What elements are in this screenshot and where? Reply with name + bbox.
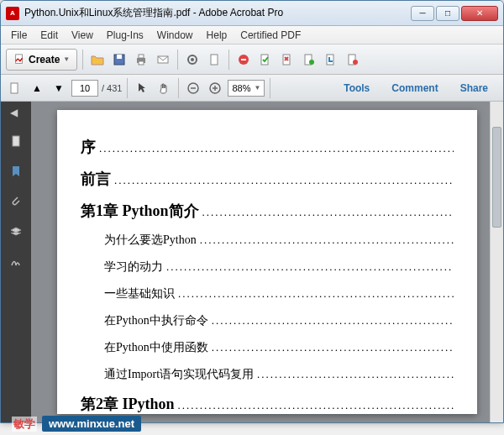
document-viewport[interactable]: 序.......................................… [31, 102, 503, 422]
vertical-scrollbar[interactable] [490, 102, 503, 422]
page-route-button[interactable] [322, 50, 340, 69]
left-sidebar: ◀ [1, 102, 31, 422]
menu-view[interactable]: View [65, 28, 100, 43]
toc-leader-dots: ........................................… [212, 314, 454, 328]
toc-label: 一些基础知识 [104, 286, 175, 301]
zoom-in-button[interactable] [206, 79, 224, 97]
create-icon [13, 54, 25, 66]
title-bar[interactable]: A Python.Unix和Linux系统管理指南.pdf - Adobe Ac… [1, 1, 503, 26]
minimize-button[interactable]: ─ [411, 6, 434, 21]
page-down-button[interactable]: ▼ [50, 79, 68, 97]
page-thumbnail-icon[interactable] [6, 79, 24, 97]
gear-button[interactable] [183, 50, 202, 69]
window-title: Python.Unix和Linux系统管理指南.pdf - Adobe Acro… [24, 6, 411, 20]
toc-entry: 在Python中执行命令............................… [81, 313, 454, 328]
toc-label: 为什么要选Python [104, 233, 197, 248]
print-button[interactable] [132, 50, 150, 69]
watermark: 敏学 www.minxue.net [12, 416, 141, 432]
attachments-panel-button[interactable] [5, 191, 27, 212]
scrollbar-thumb[interactable] [492, 127, 501, 228]
toolbar-separator [228, 50, 229, 70]
toc-label: 在Python中使用函数 [104, 340, 208, 355]
pdf-page: 序.......................................… [57, 110, 477, 414]
create-button[interactable]: Create ▼ [6, 49, 77, 71]
svg-rect-4 [139, 55, 144, 58]
toolbar-separator [127, 78, 128, 98]
toc-label: 序 [81, 137, 96, 157]
zoom-level-select[interactable]: 88%▼ [228, 80, 265, 97]
toolbar-separator [178, 78, 179, 98]
toc-label: 通过Import语句实现代码复用 [104, 367, 254, 382]
toc-leader-dots: ........................................… [99, 142, 454, 155]
layers-panel-button[interactable] [5, 221, 27, 243]
toc-label: 第2章 IPython [81, 394, 175, 414]
page-number-input[interactable] [71, 80, 98, 97]
toc-leader-dots: ........................................… [200, 233, 454, 247]
toc-entry: 序.......................................… [81, 137, 454, 157]
menu-bar: File Edit View Plug-Ins Window Help Cert… [1, 26, 503, 45]
toolbar-separator [270, 78, 270, 98]
doc-button[interactable] [205, 50, 223, 69]
email-button[interactable] [154, 50, 172, 69]
toc-entry: 前言......................................… [81, 169, 454, 189]
page-total-label: / 431 [102, 83, 122, 93]
chevron-down-icon: ▼ [63, 55, 70, 63]
maximize-button[interactable]: □ [436, 6, 459, 21]
sidebar-toggle-icon[interactable]: ◀ [10, 107, 22, 118]
menu-window[interactable]: Window [150, 28, 200, 43]
tools-link[interactable]: Tools [333, 79, 380, 97]
watermark-label: 敏学 [12, 417, 37, 432]
toc-entry: 为什么要选Python.............................… [81, 233, 454, 248]
toolbar-separator [177, 50, 178, 70]
menu-plugins[interactable]: Plug-Ins [100, 28, 150, 43]
toc-label: 第1章 Python简介 [81, 201, 199, 221]
svg-point-8 [191, 58, 194, 61]
open-button[interactable] [88, 50, 107, 69]
share-link[interactable]: Share [450, 79, 498, 97]
nav-toolbar: ▲ ▼ / 431 88%▼ Tools Comment Share [1, 75, 503, 102]
nav-right-panel: Tools Comment Share [333, 79, 498, 97]
chevron-down-icon: ▼ [255, 84, 261, 92]
svg-point-18 [353, 60, 358, 65]
page-cancel-button[interactable] [278, 50, 297, 69]
watermark-url: www.minxue.net [42, 416, 141, 432]
toc-label: 学习的动力 [104, 259, 163, 275]
menu-help[interactable]: Help [200, 28, 234, 43]
toc-entry: 第1章 Python简介............................… [81, 201, 454, 221]
toc-leader-dots: ........................................… [202, 206, 454, 219]
svg-rect-19 [11, 83, 18, 93]
save-button[interactable] [110, 50, 129, 69]
menu-certified-pdf[interactable]: Certified PDF [234, 28, 307, 43]
thumbnails-panel-button[interactable] [5, 130, 27, 152]
app-window: A Python.Unix和Linux系统管理指南.pdf - Adobe Ac… [0, 0, 504, 423]
zoom-out-button[interactable] [184, 79, 202, 97]
page-up-button[interactable]: ▲ [28, 79, 46, 97]
toc-leader-dots: ........................................… [178, 399, 454, 412]
toc-label: 前言 [81, 169, 111, 189]
svg-point-15 [309, 60, 314, 65]
page-add-button[interactable] [300, 50, 318, 69]
bookmarks-panel-button[interactable] [5, 160, 27, 182]
zoom-value: 88% [232, 83, 250, 93]
check-button[interactable] [256, 50, 275, 69]
toc-entry: 通过Import语句实现代码复用........................… [81, 367, 454, 382]
signatures-panel-button[interactable] [5, 251, 27, 273]
stop-button[interactable] [234, 50, 253, 69]
svg-rect-11 [241, 59, 246, 60]
hand-tool[interactable] [155, 79, 173, 97]
toc-entry: 一些基础知识..................................… [81, 286, 454, 301]
menu-edit[interactable]: Edit [34, 28, 65, 43]
menu-file[interactable]: File [4, 28, 34, 43]
comment-link[interactable]: Comment [381, 79, 448, 97]
toc-entry: 学习的动力...................................… [81, 259, 454, 275]
close-button[interactable]: ✕ [461, 6, 498, 21]
svg-rect-2 [117, 55, 122, 59]
toc-leader-dots: ........................................… [114, 174, 454, 187]
pointer-tool[interactable] [133, 79, 151, 97]
toolbar-separator [82, 50, 83, 70]
content-area: ◀ 序.....................................… [1, 102, 503, 422]
svg-rect-5 [139, 61, 144, 65]
pdf-icon: A [6, 7, 19, 20]
toc-entry: 第2章 IPython.............................… [81, 394, 454, 414]
page-info-button[interactable] [344, 50, 362, 69]
